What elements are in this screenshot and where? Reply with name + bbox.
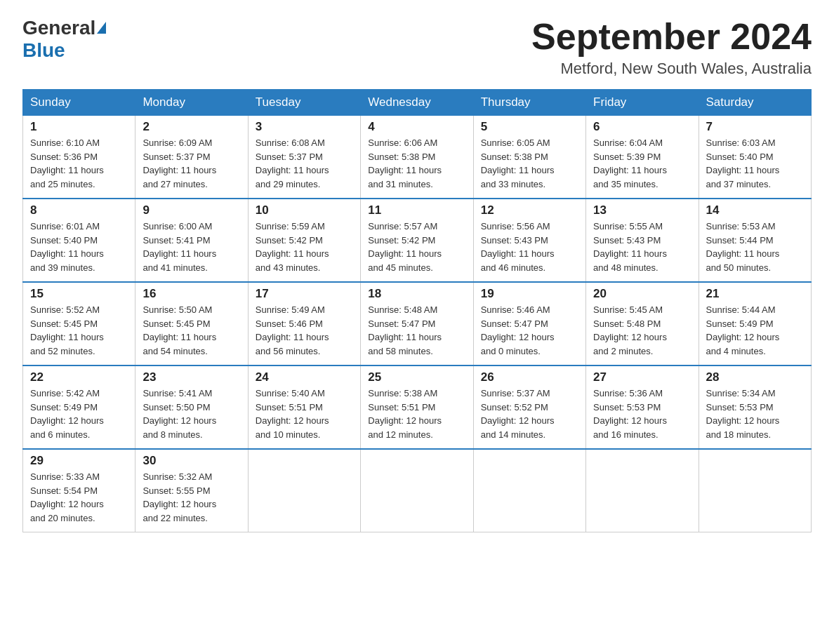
day-info: Sunrise: 5:59 AMSunset: 5:42 PMDaylight:…: [256, 220, 353, 274]
day-info: Sunrise: 5:53 AMSunset: 5:44 PMDaylight:…: [706, 220, 804, 274]
table-row: 24Sunrise: 5:40 AMSunset: 5:51 PMDayligh…: [248, 365, 360, 449]
day-number: 9: [143, 203, 240, 217]
day-number: 8: [30, 203, 128, 217]
calendar-week-row: 15Sunrise: 5:52 AMSunset: 5:45 PMDayligh…: [23, 282, 812, 365]
day-info: Sunrise: 5:45 AMSunset: 5:48 PMDaylight:…: [593, 303, 691, 358]
header-tuesday: Tuesday: [248, 90, 360, 116]
table-row: [699, 449, 811, 532]
day-number: 22: [30, 370, 128, 384]
day-number: 15: [30, 287, 128, 301]
header-wednesday: Wednesday: [361, 90, 473, 116]
day-number: 3: [256, 120, 353, 134]
day-info: Sunrise: 5:34 AMSunset: 5:53 PMDaylight:…: [706, 387, 804, 441]
day-number: 27: [593, 370, 691, 384]
day-number: 25: [368, 370, 465, 384]
day-number: 23: [143, 370, 240, 384]
table-row: 27Sunrise: 5:36 AMSunset: 5:53 PMDayligh…: [586, 365, 699, 449]
table-row: 7Sunrise: 6:03 AMSunset: 5:40 PMDaylight…: [699, 116, 811, 199]
day-info: Sunrise: 5:46 AMSunset: 5:47 PMDaylight:…: [481, 303, 578, 358]
day-number: 13: [593, 203, 691, 217]
day-number: 24: [256, 370, 353, 384]
day-number: 17: [256, 287, 353, 301]
table-row: 12Sunrise: 5:56 AMSunset: 5:43 PMDayligh…: [473, 199, 585, 282]
table-row: 11Sunrise: 5:57 AMSunset: 5:42 PMDayligh…: [361, 199, 473, 282]
header-thursday: Thursday: [473, 90, 585, 116]
logo: General Blue: [22, 17, 106, 62]
day-number: 6: [593, 120, 691, 134]
table-row: 18Sunrise: 5:48 AMSunset: 5:47 PMDayligh…: [361, 282, 473, 365]
day-number: 16: [143, 287, 240, 301]
table-row: 29Sunrise: 5:33 AMSunset: 5:54 PMDayligh…: [23, 449, 135, 532]
day-number: 5: [481, 120, 578, 134]
day-info: Sunrise: 5:36 AMSunset: 5:53 PMDaylight:…: [593, 387, 691, 441]
day-number: 7: [706, 120, 804, 134]
table-row: 14Sunrise: 5:53 AMSunset: 5:44 PMDayligh…: [699, 199, 811, 282]
day-number: 11: [368, 203, 465, 217]
day-info: Sunrise: 6:08 AMSunset: 5:37 PMDaylight:…: [256, 136, 353, 191]
day-number: 14: [706, 203, 804, 217]
day-number: 29: [30, 454, 128, 468]
header-monday: Monday: [135, 90, 248, 116]
logo-blue-text: Blue: [22, 39, 65, 62]
logo-general-text: General: [22, 17, 95, 39]
table-row: 5Sunrise: 6:05 AMSunset: 5:38 PMDaylight…: [473, 116, 585, 199]
table-row: 20Sunrise: 5:45 AMSunset: 5:48 PMDayligh…: [586, 282, 699, 365]
day-info: Sunrise: 6:10 AMSunset: 5:36 PMDaylight:…: [30, 136, 128, 191]
day-info: Sunrise: 6:03 AMSunset: 5:40 PMDaylight:…: [706, 136, 804, 191]
table-row: 23Sunrise: 5:41 AMSunset: 5:50 PMDayligh…: [135, 365, 248, 449]
month-year-title: September 2024: [531, 17, 812, 57]
day-info: Sunrise: 5:37 AMSunset: 5:52 PMDaylight:…: [481, 387, 578, 441]
day-info: Sunrise: 5:38 AMSunset: 5:51 PMDaylight:…: [368, 387, 465, 441]
table-row: 9Sunrise: 6:00 AMSunset: 5:41 PMDaylight…: [135, 199, 248, 282]
day-number: 30: [143, 454, 240, 468]
day-info: Sunrise: 5:57 AMSunset: 5:42 PMDaylight:…: [368, 220, 465, 274]
table-row: 17Sunrise: 5:49 AMSunset: 5:46 PMDayligh…: [248, 282, 360, 365]
day-number: 2: [143, 120, 240, 134]
table-row: 16Sunrise: 5:50 AMSunset: 5:45 PMDayligh…: [135, 282, 248, 365]
table-row: 3Sunrise: 6:08 AMSunset: 5:37 PMDaylight…: [248, 116, 360, 199]
day-number: 4: [368, 120, 465, 134]
table-row: 13Sunrise: 5:55 AMSunset: 5:43 PMDayligh…: [586, 199, 699, 282]
table-row: 4Sunrise: 6:06 AMSunset: 5:38 PMDaylight…: [361, 116, 473, 199]
table-row: 19Sunrise: 5:46 AMSunset: 5:47 PMDayligh…: [473, 282, 585, 365]
table-row: 26Sunrise: 5:37 AMSunset: 5:52 PMDayligh…: [473, 365, 585, 449]
table-row: 6Sunrise: 6:04 AMSunset: 5:39 PMDaylight…: [586, 116, 699, 199]
day-info: Sunrise: 5:41 AMSunset: 5:50 PMDaylight:…: [143, 387, 240, 441]
calendar-week-row: 22Sunrise: 5:42 AMSunset: 5:49 PMDayligh…: [23, 365, 812, 449]
day-info: Sunrise: 6:01 AMSunset: 5:40 PMDaylight:…: [30, 220, 128, 274]
table-row: 22Sunrise: 5:42 AMSunset: 5:49 PMDayligh…: [23, 365, 135, 449]
table-row: [473, 449, 585, 532]
table-row: 10Sunrise: 5:59 AMSunset: 5:42 PMDayligh…: [248, 199, 360, 282]
table-row: [361, 449, 473, 532]
day-number: 28: [706, 370, 804, 384]
calendar-week-row: 29Sunrise: 5:33 AMSunset: 5:54 PMDayligh…: [23, 449, 812, 532]
day-info: Sunrise: 5:32 AMSunset: 5:55 PMDaylight:…: [143, 470, 240, 525]
header-saturday: Saturday: [699, 90, 811, 116]
title-area: September 2024 Metford, New South Wales,…: [531, 17, 812, 78]
day-info: Sunrise: 5:40 AMSunset: 5:51 PMDaylight:…: [256, 387, 353, 441]
table-row: 28Sunrise: 5:34 AMSunset: 5:53 PMDayligh…: [699, 365, 811, 449]
day-info: Sunrise: 6:00 AMSunset: 5:41 PMDaylight:…: [143, 220, 240, 274]
day-number: 18: [368, 287, 465, 301]
day-info: Sunrise: 5:33 AMSunset: 5:54 PMDaylight:…: [30, 470, 128, 525]
day-info: Sunrise: 5:50 AMSunset: 5:45 PMDaylight:…: [143, 303, 240, 358]
day-number: 1: [30, 120, 128, 134]
day-info: Sunrise: 5:49 AMSunset: 5:46 PMDaylight:…: [256, 303, 353, 358]
table-row: [586, 449, 699, 532]
calendar-week-row: 8Sunrise: 6:01 AMSunset: 5:40 PMDaylight…: [23, 199, 812, 282]
day-info: Sunrise: 5:55 AMSunset: 5:43 PMDaylight:…: [593, 220, 691, 274]
table-row: 8Sunrise: 6:01 AMSunset: 5:40 PMDaylight…: [23, 199, 135, 282]
day-number: 21: [706, 287, 804, 301]
day-info: Sunrise: 6:09 AMSunset: 5:37 PMDaylight:…: [143, 136, 240, 191]
table-row: 1Sunrise: 6:10 AMSunset: 5:36 PMDaylight…: [23, 116, 135, 199]
day-number: 19: [481, 287, 578, 301]
table-row: [248, 449, 360, 532]
day-info: Sunrise: 6:06 AMSunset: 5:38 PMDaylight:…: [368, 136, 465, 191]
table-row: 21Sunrise: 5:44 AMSunset: 5:49 PMDayligh…: [699, 282, 811, 365]
location-subtitle: Metford, New South Wales, Australia: [531, 60, 812, 78]
day-number: 12: [481, 203, 578, 217]
day-info: Sunrise: 5:44 AMSunset: 5:49 PMDaylight:…: [706, 303, 804, 358]
table-row: 2Sunrise: 6:09 AMSunset: 5:37 PMDaylight…: [135, 116, 248, 199]
calendar-week-row: 1Sunrise: 6:10 AMSunset: 5:36 PMDaylight…: [23, 116, 812, 199]
day-info: Sunrise: 6:05 AMSunset: 5:38 PMDaylight:…: [481, 136, 578, 191]
